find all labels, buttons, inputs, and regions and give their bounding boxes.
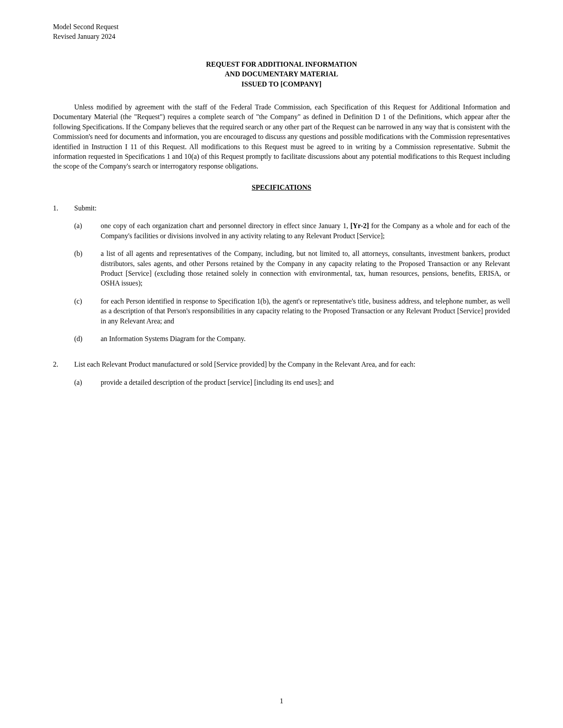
sub-list: (a) one copy of each organization chart …: [74, 221, 510, 344]
spec-intro-text: List each Relevant Product manufactured …: [74, 360, 510, 369]
intro-paragraph: Unless modified by agreement with the st…: [53, 102, 510, 172]
sub-item-a: (a) one copy of each organization chart …: [74, 221, 510, 241]
title-line-1: REQUEST FOR ADDITIONAL INFORMATION: [53, 60, 510, 69]
section-heading: SPECIFICATIONS: [53, 183, 510, 192]
sub-item-c: (c) for each Person identified in respon…: [74, 296, 510, 326]
sub-label: (b): [74, 249, 101, 289]
sub-list: (a) provide a detailed description of th…: [74, 378, 510, 387]
header-line-1: Model Second Request: [53, 22, 510, 32]
document-header: Model Second Request Revised January 202…: [53, 22, 510, 42]
specifications-list: 1. Submit: (a) one copy of each organiza…: [53, 203, 510, 395]
sub-label: (a): [74, 221, 101, 241]
year-bold: [Yr-2]: [350, 222, 369, 229]
sub-label: (d): [74, 334, 101, 344]
sub-content: provide a detailed description of the pr…: [101, 378, 510, 387]
spec-content: List each Relevant Product manufactured …: [74, 360, 510, 395]
sub-item-d: (d) an Information Systems Diagram for t…: [74, 334, 510, 344]
spec-item-2: 2. List each Relevant Product manufactur…: [53, 360, 510, 395]
page-number: 1: [0, 696, 563, 706]
sub-content: a list of all agents and representatives…: [101, 249, 510, 289]
sub-label: (a): [74, 378, 101, 387]
sub-item-a: (a) provide a detailed description of th…: [74, 378, 510, 387]
intro-text: Unless modified by agreement with the st…: [53, 103, 510, 170]
sub-content: an Information Systems Diagram for the C…: [101, 334, 510, 344]
spec-content: Submit: (a) one copy of each organizatio…: [74, 203, 510, 352]
spec-item-1: 1. Submit: (a) one copy of each organiza…: [53, 203, 510, 352]
title-line-3: ISSUED TO [COMPANY]: [53, 79, 510, 89]
header-line-2: Revised January 2024: [53, 32, 510, 41]
sub-content: for each Person identified in response t…: [101, 296, 510, 326]
title-line-2: AND DOCUMENTARY MATERIAL: [53, 69, 510, 79]
spec-number: 1.: [53, 203, 74, 352]
spec-number: 2.: [53, 360, 74, 395]
spec-intro-text: Submit:: [74, 203, 510, 213]
sub-content: one copy of each organization chart and …: [101, 221, 510, 241]
sub-item-b: (b) a list of all agents and representat…: [74, 249, 510, 289]
document-title: REQUEST FOR ADDITIONAL INFORMATION AND D…: [53, 60, 510, 89]
sub-label: (c): [74, 296, 101, 326]
